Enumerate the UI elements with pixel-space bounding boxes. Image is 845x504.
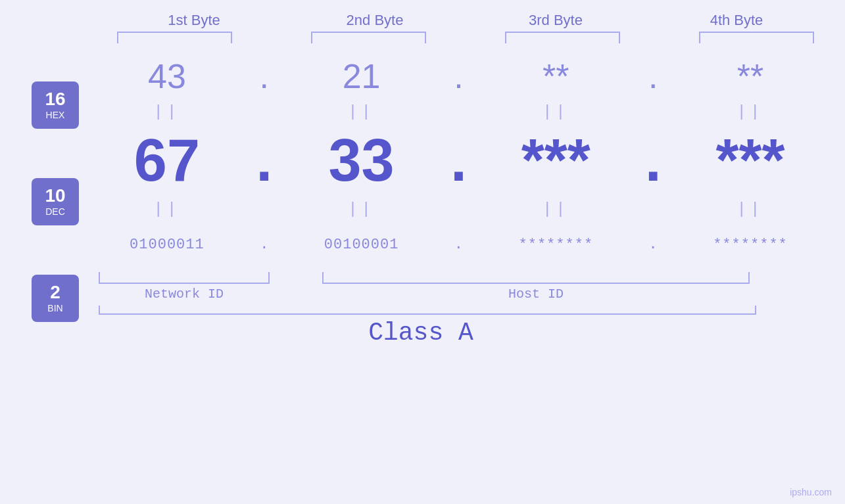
- sep2-b3: ||: [477, 200, 635, 218]
- sep2-b4: ||: [671, 200, 829, 218]
- hex-dot3: .: [640, 57, 666, 96]
- hex-dot2: .: [445, 57, 471, 96]
- bracket-byte2: [311, 32, 426, 43]
- byte1-header: 1st Byte: [115, 12, 273, 29]
- dec-dot1: .: [251, 127, 278, 195]
- hex-row: 43 . 21 . ** . **: [85, 50, 832, 103]
- id-labels-row: Network ID Host ID: [85, 286, 832, 302]
- top-brackets: [104, 32, 827, 43]
- dec-b2-cell: 33: [283, 127, 441, 195]
- hex-b3-cell: **: [477, 57, 635, 96]
- dec-b1-cell: 67: [88, 127, 246, 195]
- bin-b2-cell: 00100001: [283, 237, 441, 253]
- network-id-label: Network ID: [99, 286, 270, 302]
- hex-b2-cell: 21: [283, 57, 441, 96]
- bin-b1-cell: 01000011: [88, 237, 246, 253]
- bin-dot1: .: [251, 237, 278, 253]
- large-bracket-wrapper: [99, 306, 832, 315]
- hex-dot1: .: [251, 57, 278, 96]
- host-id-label: Host ID: [322, 286, 750, 302]
- main-container: 1st Byte 2nd Byte 3rd Byte 4th Byte 16 H…: [0, 0, 845, 504]
- bracket-byte4: [699, 32, 814, 43]
- main-content: 16 HEX 10 DEC 2 BIN 43 .: [0, 50, 845, 347]
- bin-dot3: .: [640, 237, 666, 253]
- sep1-b2: ||: [283, 103, 441, 121]
- bin-b4-cell: ********: [671, 237, 829, 253]
- sep2-b1: ||: [88, 200, 246, 218]
- hex-b1-cell: 43: [88, 57, 246, 96]
- bin-b3-cell: ********: [477, 237, 635, 253]
- dec-dot3: .: [640, 127, 666, 195]
- bottom-brackets-row: [85, 272, 832, 284]
- dec-b3-cell: ***: [477, 127, 635, 195]
- bin-row: 01000011 . 00100001 . ******** .: [85, 218, 832, 271]
- sep1-b1: ||: [88, 103, 246, 121]
- dec-b4-cell: ***: [671, 127, 829, 195]
- base-labels: 16 HEX 10 DEC 2 BIN: [0, 50, 85, 347]
- separator-row-1: || || || ||: [85, 103, 832, 121]
- class-bracket: [99, 306, 756, 315]
- watermark: ipshu.com: [790, 487, 832, 497]
- dec-badge: 10 DEC: [32, 178, 79, 225]
- bin-dot2: .: [445, 237, 471, 253]
- hex-badge: 16 HEX: [32, 81, 79, 129]
- values-area: 43 . 21 . ** . **: [85, 50, 845, 347]
- bracket-byte3: [505, 32, 620, 43]
- network-id-bracket: [99, 272, 270, 284]
- sep1-b4: ||: [671, 103, 829, 121]
- byte2-header: 2nd Byte: [296, 12, 454, 29]
- byte4-header: 4th Byte: [658, 12, 815, 29]
- bracket-byte1: [117, 32, 232, 43]
- byte-headers: 1st Byte 2nd Byte 3rd Byte 4th Byte: [104, 12, 827, 29]
- byte3-header: 3rd Byte: [477, 12, 635, 29]
- class-label: Class A: [85, 319, 756, 347]
- hex-b4-cell: **: [671, 57, 829, 96]
- host-id-bracket: [322, 272, 750, 284]
- sep2-b2: ||: [283, 200, 441, 218]
- separator-row-2: || || || ||: [85, 200, 832, 218]
- sep1-b3: ||: [477, 103, 635, 121]
- dec-row: 67 . 33 . *** . ***: [85, 121, 832, 200]
- dec-dot2: .: [445, 127, 471, 195]
- bin-badge: 2 BIN: [32, 275, 79, 322]
